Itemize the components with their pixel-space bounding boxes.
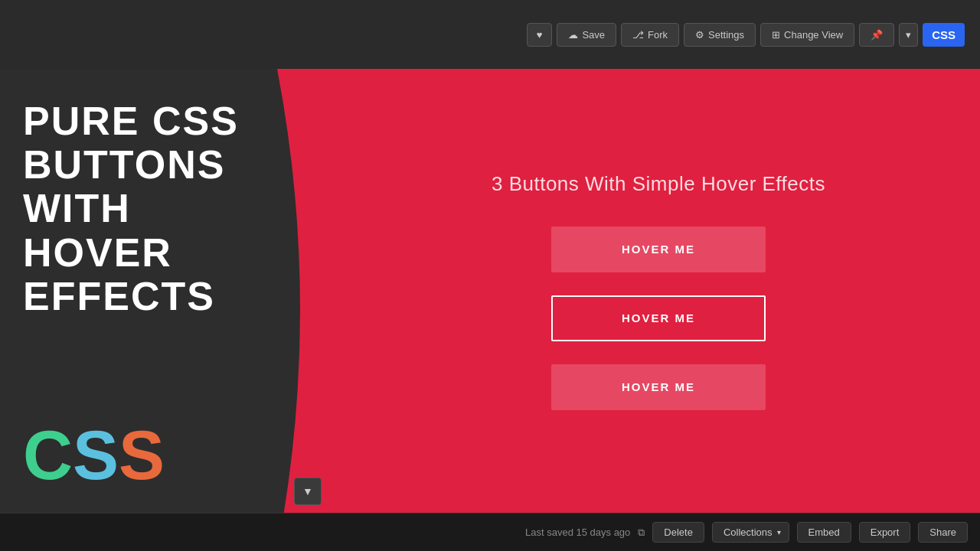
- chevron-down-button[interactable]: ▼: [294, 478, 322, 505]
- title-line4: HOVER: [23, 231, 314, 275]
- left-panel: PURE CSS BUTTONS WITH HOVER EFFECTS C S …: [0, 69, 337, 513]
- change-view-button[interactable]: ⊞ Change View: [760, 23, 854, 47]
- share-button[interactable]: Share: [918, 522, 968, 543]
- chevron-down-icon: ▾: [906, 29, 911, 41]
- css-badge-button[interactable]: CSS: [923, 23, 965, 47]
- pin-button[interactable]: 📌: [859, 23, 894, 47]
- preview-panel: 3 Buttons With Simple Hover Effects HOVE…: [337, 69, 980, 513]
- curve-divider: [277, 69, 337, 513]
- collections-button[interactable]: Collections ▾: [712, 522, 789, 543]
- settings-label: Settings: [708, 29, 744, 41]
- css-logo-text: C S S: [23, 421, 165, 490]
- last-saved-text: Last saved 15 days ago: [525, 527, 630, 538]
- title-line5: EFFECTS: [23, 275, 314, 318]
- demo-button-1[interactable]: HOVER ME: [551, 227, 766, 272]
- demo-button-2[interactable]: HOVER ME: [551, 295, 766, 341]
- demo-button-3[interactable]: HOVER ME: [551, 364, 766, 410]
- save-button[interactable]: ☁ Save: [557, 23, 616, 47]
- toolbar: ♥ ☁ Save ⎇ Fork ⚙ Settings ⊞ Change View…: [0, 0, 980, 69]
- css-badge-label: CSS: [932, 28, 956, 41]
- css-logo-c: C: [23, 421, 73, 490]
- change-view-icon: ⊞: [772, 29, 780, 41]
- heart-button[interactable]: ♥: [527, 23, 553, 47]
- settings-icon: ⚙: [695, 29, 704, 41]
- css-logo-s1: S: [73, 421, 119, 490]
- collections-label: Collections: [724, 527, 773, 538]
- status-bar: Last saved 15 days ago ⧉ Delete Collecti…: [0, 513, 980, 551]
- cloud-icon: ☁: [568, 29, 578, 41]
- delete-button[interactable]: Delete: [652, 522, 704, 543]
- export-button[interactable]: Export: [859, 522, 911, 543]
- change-view-label: Change View: [784, 29, 843, 41]
- title-line2: BUTTONS: [23, 143, 314, 187]
- css-logo-s2: S: [119, 421, 165, 490]
- external-link-icon[interactable]: ⧉: [638, 527, 645, 539]
- heart-icon: ♥: [537, 29, 543, 41]
- embed-button[interactable]: Embed: [797, 522, 851, 543]
- save-label: Save: [582, 29, 605, 41]
- main-area: PURE CSS BUTTONS WITH HOVER EFFECTS C S …: [0, 69, 980, 513]
- fork-icon: ⎇: [632, 29, 644, 41]
- fork-button[interactable]: ⎇ Fork: [621, 23, 679, 47]
- toolbar-chevron-button[interactable]: ▾: [899, 23, 918, 47]
- title-line3: WITH: [23, 187, 314, 230]
- demo-buttons-wrapper: HOVER ME HOVER ME HOVER ME: [551, 227, 766, 410]
- settings-button[interactable]: ⚙ Settings: [684, 23, 756, 47]
- pin-icon: 📌: [871, 29, 883, 41]
- title-line1: PURE CSS: [23, 99, 314, 143]
- collections-chevron-icon: ▾: [777, 528, 781, 536]
- preview-title: 3 Buttons With Simple Hover Effects: [492, 172, 825, 196]
- fork-label: Fork: [648, 29, 668, 41]
